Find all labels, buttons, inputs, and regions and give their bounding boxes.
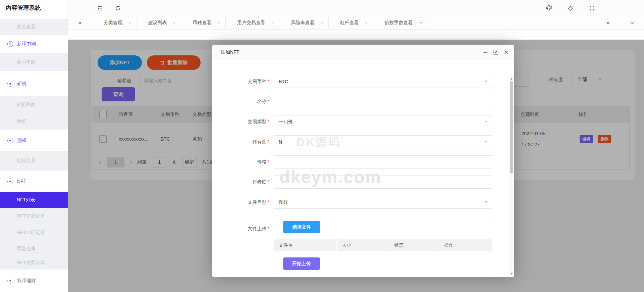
close-tab-icon[interactable] bbox=[128, 20, 131, 25]
tab-category-manage[interactable]: 分类管理 bbox=[92, 16, 137, 29]
required-mark: * bbox=[268, 99, 269, 104]
tab-multiplier-lots-view[interactable]: 倍数手数查看 bbox=[373, 16, 414, 29]
form-row-trade-type: 交易类型* 一口价 bbox=[212, 115, 514, 128]
theme-palette-icon[interactable] bbox=[546, 5, 552, 11]
required-mark: * bbox=[268, 226, 269, 231]
modal-header: 添加NFT bbox=[212, 45, 514, 60]
tab-risk-rate-view[interactable]: 风险率查看 bbox=[279, 16, 329, 29]
form-row-file-type: 文件类型* 图片 bbox=[212, 196, 514, 209]
sidebar-item-reward-view[interactable]: 奖励查看 bbox=[0, 19, 68, 35]
form-row-name: 名称* bbox=[212, 95, 514, 108]
close-tab-icon[interactable] bbox=[320, 20, 323, 25]
required-mark: * bbox=[268, 179, 269, 185]
app-title: 内容管理系统 bbox=[0, 0, 68, 16]
close-icon[interactable] bbox=[503, 50, 509, 55]
modal-body: 交易币种* BTC 名称* 交易类型* 一口价 稀有度* N 价格* 作者ID*… bbox=[212, 60, 514, 277]
tabs-scroll-left-icon[interactable] bbox=[68, 16, 92, 29]
form-row-author-id: 作者ID* bbox=[212, 176, 514, 189]
sidebar-item-nft-parent[interactable]: NFT bbox=[0, 171, 68, 192]
required-mark: * bbox=[268, 199, 269, 205]
required-mark: * bbox=[268, 79, 269, 84]
sidebar-item-miner-parent[interactable]: 矿机 bbox=[0, 71, 68, 96]
scrollbar-thumb[interactable] bbox=[510, 81, 513, 174]
sidebar-item-nft-bid-records[interactable]: NFT出价记录 bbox=[0, 224, 68, 241]
modal-scrollbar[interactable]: ▲ ▼ bbox=[509, 76, 514, 277]
trade-type-select[interactable]: 一口价 bbox=[274, 115, 492, 128]
maximize-icon[interactable] bbox=[493, 50, 498, 55]
sidebar-item-nft-trade-records[interactable]: NFT交易记录 bbox=[0, 208, 68, 224]
minimize-icon[interactable] bbox=[483, 50, 488, 55]
file-list-header: 文件名 大小 状态 操作 bbox=[274, 239, 492, 251]
file-col-status: 状态 bbox=[389, 239, 439, 251]
sidebar-item-data[interactable]: 数据 bbox=[0, 113, 68, 130]
file-col-size: 大小 bbox=[337, 239, 389, 251]
file-col-name: 文件名 bbox=[274, 239, 337, 251]
rarity-select[interactable]: N bbox=[274, 135, 492, 148]
collapse-sidebar-icon[interactable] bbox=[97, 5, 103, 11]
trade-coin-select[interactable]: BTC bbox=[274, 75, 492, 88]
required-mark: * bbox=[268, 139, 269, 144]
sidebar-item-new-coin-subscribe-parent[interactable]: 新币申购 bbox=[0, 35, 68, 53]
chevron-down-icon bbox=[484, 81, 488, 84]
fullscreen-icon[interactable] bbox=[589, 5, 595, 11]
file-col-actions: 操作 bbox=[439, 239, 492, 251]
start-upload-button[interactable]: 开始上传 bbox=[283, 257, 320, 270]
sidebar-item-nft-auction-orders[interactable]: NFT拍卖订单 bbox=[0, 256, 68, 270]
top-header-bar bbox=[68, 0, 644, 16]
close-tab-icon[interactable] bbox=[271, 20, 274, 25]
tabs-menu-chevron-icon[interactable] bbox=[620, 16, 644, 29]
file-type-select[interactable]: 图片 bbox=[274, 196, 492, 209]
form-row-rarity: 稀有度* N bbox=[212, 135, 514, 148]
sidebar-item-nft-list-selected[interactable]: NFT列表 bbox=[0, 192, 68, 208]
chevron-down-icon bbox=[484, 141, 488, 144]
close-tab-icon[interactable] bbox=[217, 20, 220, 25]
sidebar-item-option-parent[interactable]: 期权 bbox=[0, 130, 68, 151]
required-mark: * bbox=[268, 119, 269, 124]
tab-suggestion-list[interactable]: 建议列表 bbox=[137, 16, 181, 29]
tab-leverage-view[interactable]: 杠杆查看 bbox=[329, 16, 373, 29]
content-top-gap bbox=[68, 30, 644, 40]
sidebar-item-miner-list[interactable]: 矿机列表 bbox=[0, 96, 68, 113]
sidebar-item-option-trade[interactable]: 期权交易 bbox=[0, 151, 68, 171]
form-row-coin: 交易币种* BTC bbox=[212, 75, 514, 88]
form-row-price: 价格* bbox=[212, 155, 514, 168]
compass-icon bbox=[7, 81, 13, 87]
name-input[interactable] bbox=[274, 95, 492, 108]
author-id-input[interactable] bbox=[274, 176, 492, 189]
sidebar-item-new-coin-subscribe[interactable]: 新币申购 bbox=[0, 53, 68, 71]
sidebar-item-dual-currency-finance[interactable]: 双币理财 bbox=[0, 270, 68, 292]
choose-file-button[interactable]: 选择文件 bbox=[283, 221, 320, 233]
compass-icon bbox=[7, 179, 13, 184]
chevron-down-icon bbox=[484, 201, 488, 205]
add-nft-modal: 添加NFT 交易币种* BTC 名称* 交易类型* 一口价 bbox=[212, 45, 514, 277]
dollar-circle-icon bbox=[7, 41, 13, 47]
price-input[interactable] bbox=[274, 155, 492, 168]
tab-coin-view[interactable]: 币种查看 bbox=[181, 16, 226, 29]
scroll-up-icon[interactable]: ▲ bbox=[509, 77, 514, 80]
sidebar: 内容管理系统 奖励查看 新币申购 新币申购 矿机 矿机列表 数据 期权 期权交易… bbox=[0, 0, 68, 292]
required-mark: * bbox=[268, 159, 269, 164]
compass-icon bbox=[7, 278, 13, 284]
tabs-scroll-right-icon[interactable] bbox=[596, 16, 620, 29]
scroll-down-icon[interactable]: ▼ bbox=[509, 272, 514, 275]
close-tab-icon[interactable] bbox=[365, 20, 368, 25]
file-upload-widget: 选择文件 文件名 大小 状态 操作 开始上传 bbox=[274, 216, 492, 276]
tab-dropdown-icon[interactable] bbox=[416, 17, 427, 28]
sidebar-item-blindbox-warehouse[interactable]: 盲盒仓库 bbox=[0, 241, 68, 256]
tag-icon[interactable] bbox=[567, 5, 574, 11]
chevron-down-icon bbox=[484, 121, 488, 124]
modal-title: 添加NFT bbox=[221, 49, 239, 55]
close-tab-icon[interactable] bbox=[173, 20, 176, 25]
tab-user-trade-view[interactable]: 用户交易查看 bbox=[226, 16, 280, 29]
tab-bar: 分类管理 建议列表 币种查看 用户交易查看 风险率查看 杠杆查看 倍数手数查看 bbox=[68, 16, 644, 30]
compass-icon bbox=[7, 138, 13, 143]
refresh-icon[interactable] bbox=[114, 5, 121, 11]
